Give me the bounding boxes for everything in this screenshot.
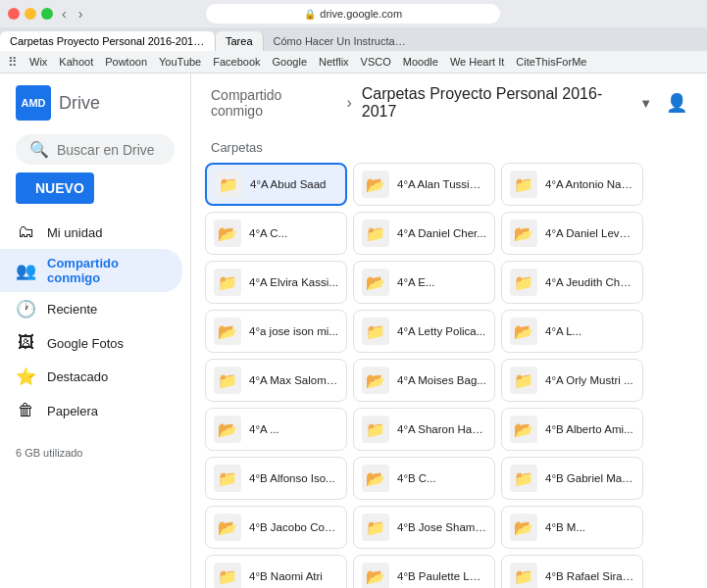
logo-box: AMD [16,85,51,121]
address-bar[interactable]: 🔒 drive.google.com [206,4,500,24]
sidebar-item-fotos[interactable]: 🖼 Google Fotos [0,326,182,360]
folder-icon: 📂 [510,514,537,541]
folder-card[interactable]: 📂4°B Paulette Lan... [353,555,495,588]
sidebar-item-label-mi-unidad: Mi unidad [47,225,102,240]
folder-name: 4°A Letty Polica... [397,325,485,337]
folder-card[interactable]: 📂4°A Moises Bag... [353,359,495,402]
folder-name: 4°B C... [397,472,436,484]
folder-type-icon: 📂 [514,322,533,341]
folder-card[interactable]: 📂4°B Alberto Ami... [501,408,643,451]
folder-name: 4°A Orly Mustri ... [545,374,633,386]
folder-card[interactable]: 📁4°A Elvira Kassi... [205,261,347,304]
folder-card[interactable]: 📂4°B M... [501,506,643,549]
folder-type-icon: 📁 [366,518,385,537]
folder-icon: 📂 [214,318,241,345]
bookmark-netflix[interactable]: Netflix [319,56,349,68]
folder-card[interactable]: 📂4°B Jacobo Coh... [205,506,347,549]
folder-icon: 📁 [362,416,389,443]
bookmark-facebook[interactable]: Facebook [213,56,260,68]
new-button[interactable]: NUEVO [16,172,94,204]
breadcrumb-current[interactable]: Carpetas Proyecto Personal 2016-2017 ▼ [362,85,652,121]
folder-type-icon: 📁 [218,273,237,292]
sidebar-item-mi-unidad[interactable]: 🗂 Mi unidad [0,216,182,249]
folder-name: 4°B Naomi Atri [249,570,323,582]
share-icon[interactable]: 👤 [666,92,687,114]
folder-card[interactable]: 📂4°a jose ison mi... [205,310,347,353]
folder-name: 4°A Moises Bag... [397,374,486,386]
folder-card[interactable]: 📁4°A Abud Saad [205,163,347,206]
folder-icon: 📁 [214,269,241,296]
sidebar-item-papelera[interactable]: 🗑 Papelera [0,394,182,427]
breadcrumb-root[interactable]: Compartido conmigo [211,87,336,119]
lock-icon: 🔒 [304,9,316,20]
folder-card[interactable]: 📁4°A Antonio Nak... [501,163,643,206]
folder-card[interactable]: 📁4°B Jose Shamo... [353,506,495,549]
bookmark-wix[interactable]: Wix [29,56,47,68]
folder-type-icon: 📂 [218,518,237,537]
folder-card[interactable]: 📁4°A Max Salomo... [205,359,347,402]
search-icon: 🔍 [29,140,49,159]
bookmark-moodle[interactable]: Moodle [403,56,438,68]
folder-card[interactable]: 📁4°A Orly Mustri ... [501,359,643,402]
folder-card[interactable]: 📁4°B Alfonso Iso... [205,457,347,500]
folder-card[interactable]: 📂4°A L... [501,310,643,353]
back-button[interactable]: ‹ [59,6,70,22]
folder-card[interactable]: 📁4°A Daniel Cher... [353,212,495,255]
search-bar[interactable]: 🔍 ▼ [16,134,175,165]
folder-name: 4°A Alan Tussie ... [397,178,486,190]
tab-tarea[interactable]: Tarea [216,31,264,51]
folder-type-icon: 📁 [218,371,237,390]
folder-type-icon: 📁 [514,371,533,390]
folder-card[interactable]: 📂4°A Daniel Levy ... [501,212,643,255]
folder-type-icon: 📁 [366,224,385,243]
folder-card[interactable]: 📂4°B C... [353,457,495,500]
folder-card[interactable]: 📂4°A Alan Tussie ... [353,163,495,206]
folder-name: 4°A C... [249,227,287,239]
folder-card[interactable]: 📁4°A Letty Polica... [353,310,495,353]
folder-card[interactable]: 📂4°A C... [205,212,347,255]
folder-type-icon: 📂 [366,567,385,586]
bookmark-youtube[interactable]: YouTube [159,56,201,68]
forward-button[interactable]: › [76,6,86,22]
folder-type-icon: 📂 [366,469,385,488]
folder-type-icon: 📁 [514,273,533,292]
folder-icon: 📂 [510,220,537,247]
storage-info: 6 GB utilizado [0,435,190,470]
folder-type-icon: 📂 [514,224,533,243]
bookmark-weheartit[interactable]: We Heart It [450,56,504,68]
sidebar-item-reciente[interactable]: 🕐 Reciente [0,292,182,326]
folder-type-icon: 📂 [514,518,533,537]
folder-card[interactable]: 📂4°A E... [353,261,495,304]
photos-icon: 🖼 [16,333,35,353]
tab-drive[interactable]: Carpetas Proyecto Personal 2016-2017 - G… [0,31,216,51]
folder-card[interactable]: 📁4°A Sharon Ham... [353,408,495,451]
folder-icon: 📁 [510,171,537,198]
close-button[interactable] [8,8,20,20]
folder-icon: 📂 [214,416,241,443]
search-input[interactable] [57,142,191,158]
folder-icon: 📁 [510,563,537,588]
folder-card[interactable]: 📂4°A ... [205,408,347,451]
bookmark-powtoon[interactable]: Powtoon [105,56,147,68]
address-bar-area: 🔒 drive.google.com [91,4,615,24]
tab-instructable[interactable]: Cómo Hacer Un Instructable: 8 Steps ... [264,31,421,51]
traffic-lights [8,8,53,20]
folder-icon: 📂 [214,514,241,541]
folder-card[interactable]: 📁4°B Naomi Atri [205,555,347,588]
maximize-button[interactable] [41,8,53,20]
folder-card[interactable]: 📁4°A Jeudith Cha... [501,261,643,304]
folder-card[interactable]: 📁4°B Rafael Sirazi... [501,555,643,588]
bookmark-kahoot[interactable]: Kahoot [59,56,93,68]
folder-card[interactable]: 📁4°B Gabriel Mas... [501,457,643,500]
folder-type-icon: 📂 [514,420,533,439]
folder-name: 4°A Max Salomo... [249,374,338,386]
apps-icon: ⠿ [8,55,18,70]
minimize-button[interactable] [25,8,36,20]
bookmark-citethisforme[interactable]: CiteThisForMe [516,56,586,68]
bookmark-google[interactable]: Google [273,56,307,68]
folder-icon: 📁 [214,367,241,394]
folder-name: 4°B Gabriel Mas... [545,472,634,484]
sidebar-item-destacado[interactable]: ⭐ Destacado [0,360,182,394]
bookmark-vsco[interactable]: VSCO [361,56,391,68]
sidebar-item-compartido[interactable]: 👥 Compartido conmigo [0,249,182,292]
